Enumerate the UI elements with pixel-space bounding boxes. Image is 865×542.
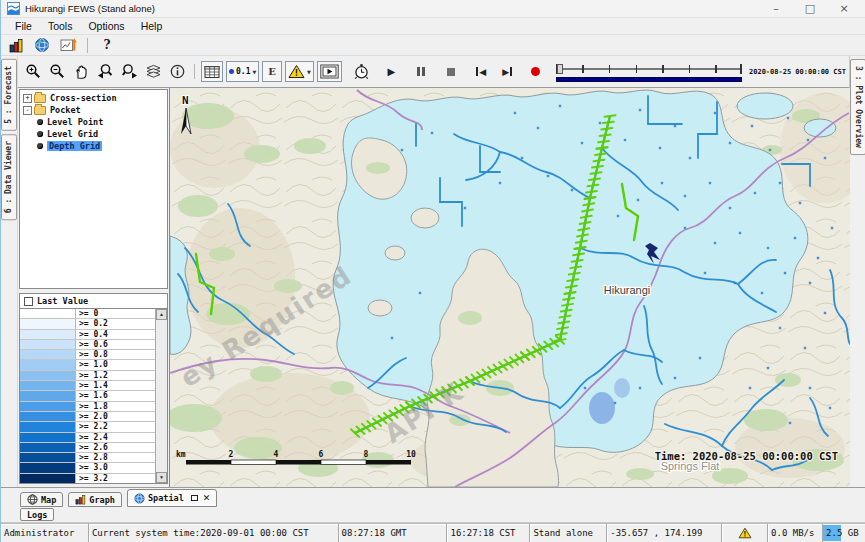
folder-icon (34, 106, 46, 115)
zoom-out-icon[interactable] (46, 60, 69, 83)
legend-row-label: >= 2.0 (76, 412, 108, 421)
record-button[interactable] (524, 60, 547, 83)
legend-row-label: >= 0.6 (76, 340, 108, 349)
pause-icon (417, 67, 425, 76)
menu-item-file[interactable]: File (7, 19, 40, 34)
slider-tick (636, 65, 638, 73)
info-icon[interactable] (166, 60, 189, 83)
bar-chart-icon (75, 494, 86, 505)
status-user: Administrator (1, 524, 89, 542)
skip-start-button[interactable]: ◀ (470, 60, 493, 83)
legend-color-swatch (20, 319, 76, 328)
time-slider-handle[interactable] (557, 64, 563, 74)
toolbar-separator (194, 64, 195, 79)
play-button[interactable]: ▶ (380, 60, 403, 83)
pan-hand-icon[interactable] (70, 60, 93, 83)
tree-item-label: Cross-section (50, 93, 117, 103)
legend-scrollbar[interactable]: ▲ ▼ (155, 309, 167, 483)
legend-row: >= 2.8 (20, 453, 167, 463)
legend-panel: Last Value >= 0>= 0.2>= 0.4>= 0.6>= 0.8>… (19, 293, 168, 484)
tab-spatial-label: Spatial (148, 493, 184, 503)
side-tab-6-data-viewer[interactable]: 6 : Data Viewer (1, 134, 17, 220)
animation-clock-icon[interactable] (350, 60, 373, 83)
slider-tick (662, 65, 664, 73)
toolbar-separator (87, 38, 88, 53)
grid-scale-dropdown[interactable]: 0.1 ▼ (226, 61, 259, 82)
tab-graph-label: Graph (89, 495, 115, 505)
grid-display-button[interactable] (201, 61, 223, 82)
help-button[interactable]: ? (96, 36, 118, 55)
minimize-icon[interactable]: – (759, 0, 793, 17)
node-bullet-icon (37, 143, 43, 149)
elevation-label: E (265, 66, 279, 77)
legend-color-swatch (20, 391, 76, 400)
record-icon (531, 67, 540, 76)
menu-item-tools[interactable]: Tools (40, 19, 81, 34)
status-warning-cell[interactable] (722, 524, 768, 542)
legend-color-swatch (20, 350, 76, 359)
side-tab-plot-overview[interactable]: 3 : Plot Overview (850, 59, 865, 155)
deep-water-spot (614, 378, 630, 398)
tree-expander-icon[interactable]: - (23, 106, 32, 115)
pause-button[interactable] (410, 60, 433, 83)
tree-item-level-point[interactable]: Level Point (20, 116, 167, 128)
slider-tick (715, 65, 717, 73)
legend-row-label: >= 2.6 (76, 443, 108, 452)
warnings-dropdown[interactable]: ▼ (285, 61, 314, 82)
legend-color-swatch (20, 422, 76, 431)
legend-row-label: >= 1.6 (76, 391, 108, 400)
scroll-down-icon[interactable]: ▼ (156, 472, 167, 483)
explorer-chart-icon[interactable] (5, 36, 27, 55)
elevation-button[interactable]: E (262, 61, 282, 82)
legend-row-label: >= 2.4 (76, 433, 108, 442)
map-time-label: Time: 2020-08-25 00:00:00 CST (655, 450, 838, 462)
bottom-tab-bar: Map Graph Spatial ✕ (1, 487, 865, 507)
menu-item-help[interactable]: Help (133, 19, 171, 34)
zoom-next-icon[interactable] (118, 60, 141, 83)
tree-item-label: Level Point (47, 117, 103, 127)
tree-expander-icon[interactable]: + (23, 94, 32, 103)
layers-icon[interactable] (142, 60, 165, 83)
tree-item-pocket[interactable]: -Pocket (20, 104, 167, 116)
side-tab-5-forecast[interactable]: 5 : Forecast (1, 59, 17, 131)
legend-table: >= 0>= 0.2>= 0.4>= 0.6>= 0.8>= 1.0>= 1.2… (19, 309, 168, 484)
maximize-icon[interactable]: □ (793, 0, 827, 17)
menu-item-options[interactable]: Options (80, 19, 132, 34)
tab-map[interactable]: Map (20, 492, 63, 507)
svg-text:N: N (182, 94, 189, 107)
status-transfer-rate: 0.0 MB/s (768, 524, 823, 542)
scroll-up-icon[interactable]: ▲ (156, 309, 167, 320)
timeseries-display-icon[interactable] (57, 36, 79, 55)
tree-item-label: Pocket (50, 105, 81, 115)
tree-item-depth-grid[interactable]: Depth Grid (20, 140, 167, 152)
close-icon[interactable]: × (827, 0, 861, 17)
zoom-in-icon[interactable] (22, 60, 45, 83)
map-canvas[interactable]: ey Required API K Hikurangi Springs Flat… (170, 88, 850, 487)
map-viewport[interactable]: ey Required API K Hikurangi Springs Flat… (169, 88, 849, 487)
map-display-globe-icon[interactable] (31, 36, 53, 55)
tab-graph[interactable]: Graph (68, 492, 122, 507)
status-gmt-time: 08:27:18 GMT (339, 524, 448, 542)
zoom-previous-icon[interactable] (94, 60, 117, 83)
stop-button[interactable] (440, 60, 463, 83)
close-tab-icon[interactable]: ✕ (203, 493, 211, 503)
status-coordinates: -35.657 , 174.199 (607, 524, 722, 542)
legend-color-swatch (20, 381, 76, 390)
skip-end-button[interactable]: ▶ (496, 60, 519, 83)
animation-window-button[interactable] (317, 61, 342, 82)
legend-row: >= 1.4 (20, 381, 167, 391)
svg-text:km: km (176, 450, 186, 459)
help-question-icon: ? (103, 38, 110, 52)
tab-spatial[interactable]: Spatial ✕ (127, 489, 217, 507)
time-slider[interactable] (556, 59, 742, 85)
last-value-checkbox[interactable] (24, 297, 33, 306)
tree-item-cross-section[interactable]: +Cross-section (20, 92, 167, 104)
status-bar: Administrator Current system time:2020-0… (1, 523, 865, 542)
grid-icon (204, 65, 220, 79)
tab-map-label: Map (41, 495, 56, 505)
svg-text:8: 8 (364, 450, 369, 459)
logs-button[interactable]: Logs (20, 508, 54, 521)
app-logo-icon (7, 2, 20, 15)
restore-icon[interactable] (191, 495, 198, 501)
tree-item-level-grid[interactable]: Level Grid (20, 128, 167, 140)
